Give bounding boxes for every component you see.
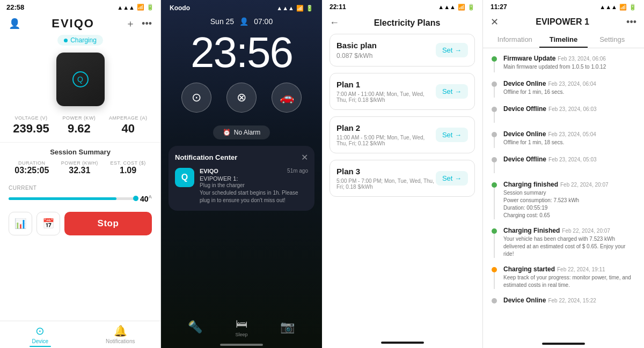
signal-icon: ▲▲▲: [117, 4, 135, 11]
home-indicator[interactable]: [220, 344, 263, 346]
event-date: Feb 23, 2024, 06:04: [548, 81, 596, 87]
event-header: Device Online Feb 23, 2024, 06:04: [503, 80, 636, 87]
plan1-set-button[interactable]: Set →: [436, 84, 468, 99]
event-header: Charging started Feb 22, 2024, 19:11: [503, 265, 636, 273]
bottom-nav: ⊙ Device 🔔 Notifications: [0, 321, 160, 349]
charging-label: Charging: [70, 36, 97, 44]
sleep-bottom[interactable]: 🛏 Sleep: [235, 317, 247, 337]
basic-plan-set-button[interactable]: Set →: [436, 43, 468, 57]
app-logo: EVIQO: [52, 17, 94, 31]
alarm-section: ⏰ No Alarm: [161, 125, 322, 139]
timeline-item: Device Online Feb 22, 2024, 15:22: [491, 297, 636, 304]
plan3-info: Plan 3 5:00 PM - 7:00 PM; Mon, Tue, Wed,…: [336, 167, 436, 190]
event-name: Device Online: [503, 80, 546, 87]
basic-plan-name: Basic plan: [336, 41, 377, 50]
battery-icon: 🔋: [147, 4, 154, 11]
panel-lock-screen: Koodo ▲▲▲ 📶 🔋 Sun 25 👤 07:00 23:56 ⊙ ⊗ 🚗…: [161, 0, 322, 348]
close-button[interactable]: ✕: [491, 16, 499, 28]
session-power-value: 32.31: [61, 166, 98, 175]
basic-plan-price: 0.087 $/kWh: [336, 52, 377, 60]
voltage-value: 239.95: [13, 122, 49, 136]
time-panel1: 22:58: [6, 3, 24, 11]
current-section: CURRENT 40A: [0, 181, 160, 205]
battery-icon-p3: 🔋: [467, 4, 475, 11]
event-date: Feb 22, 2024, 20:07: [560, 182, 609, 188]
device-box: Q: [56, 53, 105, 106]
amperage-value: 40: [109, 122, 148, 136]
calendar-button[interactable]: 📅: [36, 212, 60, 235]
notif-header: Notification Center ✕: [175, 152, 308, 162]
timeline-content: Device Online Feb 23, 2024, 06:04 Offlin…: [503, 80, 636, 98]
home-indicator-p3: [381, 342, 424, 344]
timeline-list: Firmware Update Feb 23, 2024, 06:06 Main…: [483, 50, 644, 339]
plan-card-1: Plan 1 7:00 AM - 11:00 AM; Mon, Tue, Wed…: [330, 73, 475, 110]
plan3-name: Plan 3: [336, 167, 436, 176]
plan2-set-button[interactable]: Set →: [436, 128, 468, 142]
stop-button[interactable]: Stop: [64, 212, 152, 235]
plan1-times: 7:00 AM - 11:00 AM; Mon, Tue, Wed, Thu, …: [336, 91, 436, 103]
more-button[interactable]: •••: [626, 17, 636, 28]
tab-settings[interactable]: Settings: [588, 32, 636, 48]
eviqo-logo-icon: Q: [181, 173, 188, 182]
flashlight-icon: ⊙: [192, 91, 201, 105]
plan3-times: 5:00 PM - 7:00 PM; Mon, Tue, Wed, Thu, F…: [336, 178, 436, 190]
current-label: CURRENT: [9, 185, 152, 191]
tab-timeline[interactable]: Timeline: [539, 32, 588, 48]
event-header: Device Online Feb 22, 2024, 15:22: [503, 297, 636, 304]
duration-value: 03:25:05: [14, 166, 49, 175]
event-name: Device Offline: [503, 156, 546, 163]
notif-device: EVIPOWER 1:: [200, 175, 308, 182]
timeline-dot: [492, 132, 497, 137]
user-icon[interactable]: 👤: [9, 18, 20, 29]
notifications-nav-icon: 🔔: [114, 324, 127, 337]
flashlight-ctrl[interactable]: ⊙: [181, 83, 211, 113]
lock-screen-clock: 23:56: [161, 29, 322, 83]
metric-power: POWER (kW) 9.62: [62, 115, 96, 136]
dot-column: [491, 130, 498, 148]
wifi-icon: 📶: [137, 4, 144, 11]
current-slider-track[interactable]: [9, 197, 136, 200]
panel-eviqo-charging: 22:58 ▲▲▲ 📶 🔋 👤 EVIQO ＋ ••• Charging Q V…: [0, 0, 161, 348]
event-name: Device Offline: [503, 105, 546, 113]
home-indicator-p4: [542, 343, 585, 345]
plan2-times: 11:00 AM - 5:00 PM; Mon, Tue, Wed, Thu, …: [336, 135, 436, 146]
plan1-name: Plan 1: [336, 80, 436, 89]
session-title: Session Summary: [9, 148, 152, 156]
timeline-header: ✕ EVIPOWER 1 •••: [483, 14, 644, 32]
nav-notifications[interactable]: 🔔 Notifications: [80, 324, 161, 347]
timeline-content: Firmware Update Feb 23, 2024, 06:06 Main…: [503, 55, 636, 72]
timeline-line: [494, 234, 495, 258]
event-date: Feb 22, 2024, 15:22: [548, 298, 596, 303]
time-panel3: 22:11: [330, 3, 346, 11]
timeline-dot: [492, 267, 497, 272]
power-value: 9.62: [62, 122, 96, 136]
timeline-title: EVIPOWER 1: [499, 17, 626, 27]
timeline-line: [494, 272, 495, 289]
plan2-name: Plan 2: [336, 123, 436, 132]
music-ctrl[interactable]: ⊗: [226, 83, 257, 113]
timeline-line: [494, 137, 495, 148]
nav-device[interactable]: ⊙ Device: [0, 324, 80, 347]
car-ctrl[interactable]: 🚗: [272, 83, 302, 113]
timeline-content: Charging finished Feb 22, 2024, 20:07 Se…: [503, 181, 636, 219]
event-description: Offline for 1 min, 18 secs.: [503, 139, 636, 146]
notifications-nav-label: Notifications: [106, 338, 135, 344]
more-icon[interactable]: •••: [142, 18, 152, 29]
timeline-item: Charging Finished Feb 22, 2024, 20:07 Yo…: [491, 227, 636, 258]
add-icon[interactable]: ＋: [126, 17, 135, 30]
camera-bottom[interactable]: 📷: [280, 320, 295, 334]
status-icons-panel1: ▲▲▲ 📶 🔋: [117, 4, 154, 11]
tab-information[interactable]: Information: [491, 32, 539, 48]
timeline-content: Device Offline Feb 23, 2024, 06:03: [503, 105, 636, 123]
current-value: 40A: [140, 194, 152, 203]
alarm-pill: ⏰ No Alarm: [213, 125, 270, 139]
carrier-label: Koodo: [170, 4, 190, 12]
chart-button[interactable]: 📊: [9, 212, 32, 235]
back-button[interactable]: ←: [330, 17, 339, 28]
event-name: Charging finished: [503, 181, 558, 188]
plan3-set-button[interactable]: Set →: [436, 171, 468, 186]
notif-close-button[interactable]: ✕: [301, 152, 308, 162]
flashlight-bottom[interactable]: 🔦: [188, 320, 202, 334]
timeline-dot: [492, 228, 497, 234]
wifi-icon-p2: 📶: [296, 5, 304, 12]
